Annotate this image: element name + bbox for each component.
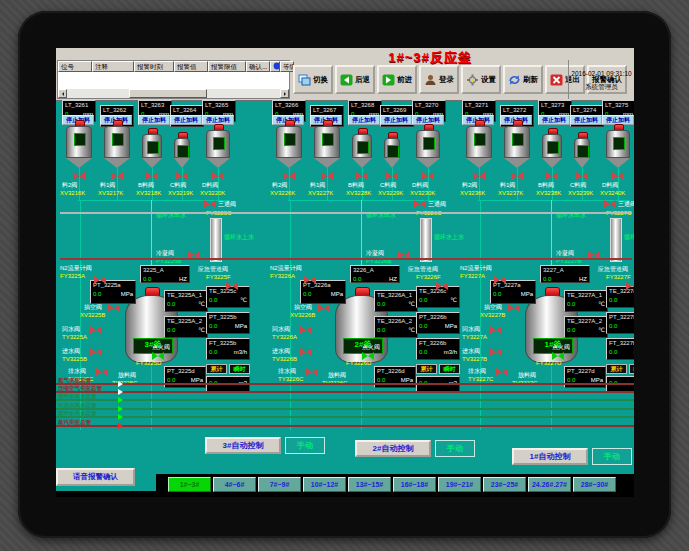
valve[interactable] xyxy=(436,282,448,290)
feed-valve[interactable] xyxy=(321,172,333,180)
toolbar-button-6[interactable]: 刷新 xyxy=(503,65,543,94)
voice-alarm-ack-button[interactable]: 语音报警确认 xyxy=(56,468,135,486)
feed-valve[interactable] xyxy=(576,172,588,180)
level-tag: LT_3263 xyxy=(141,102,169,109)
page-button-9[interactable]: 24.26#.27# xyxy=(528,477,571,492)
auto-control-button-1#[interactable]: 1#自动控制 xyxy=(512,448,588,465)
alarm-column-3[interactable]: 报警时刻 xyxy=(134,61,174,72)
valve-name: 进水阀 xyxy=(272,348,290,355)
feed-valve[interactable] xyxy=(546,172,558,180)
valve[interactable] xyxy=(108,304,120,312)
totalizer-accum-button[interactable]: 累计 xyxy=(416,364,437,374)
feed-valve[interactable] xyxy=(176,172,188,180)
valve[interactable] xyxy=(318,304,330,312)
valve[interactable] xyxy=(604,200,616,208)
feed-valve[interactable] xyxy=(422,172,434,180)
page-button-10[interactable]: 28#~30# xyxy=(573,477,616,492)
feed-valve[interactable] xyxy=(473,172,485,180)
valve[interactable] xyxy=(552,352,564,360)
instrument-readout: TE_3225A_20.0℃ xyxy=(164,316,208,338)
auto-control-button-3#[interactable]: 3#自动控制 xyxy=(205,437,281,454)
valve[interactable] xyxy=(300,348,312,356)
ack-icon xyxy=(270,61,280,72)
instrument-readout: 3226_A0.0HZ xyxy=(350,265,400,283)
toolbar-button-4[interactable]: 登录 xyxy=(419,65,459,94)
manual-button[interactable]: 手动 xyxy=(435,440,475,457)
scroll-thumb[interactable] xyxy=(129,89,207,98)
alarm-column-6[interactable]: 确认... xyxy=(246,61,270,72)
alarm-column-4[interactable]: 报警值 xyxy=(174,61,208,72)
page-button-2[interactable]: 4#~6# xyxy=(213,477,256,492)
alarm-column-7[interactable]: 等级 xyxy=(280,61,294,72)
toolbar-button-label: 设置 xyxy=(481,75,496,85)
manual-button[interactable]: 手动 xyxy=(285,437,325,454)
feed-valve[interactable] xyxy=(73,172,85,180)
alarm-table-scrollbar[interactable] xyxy=(58,89,289,98)
valve[interactable] xyxy=(94,276,106,284)
valve[interactable] xyxy=(496,368,508,376)
auto-control-button-2#[interactable]: 2#自动控制 xyxy=(355,440,431,457)
scroll-left-arrow[interactable] xyxy=(58,89,67,98)
valve[interactable] xyxy=(96,368,108,376)
feed-valve[interactable] xyxy=(511,172,523,180)
totalizer-accum-button[interactable]: 累计 xyxy=(606,364,627,374)
toolbar-button-5[interactable]: 设置 xyxy=(461,65,501,94)
totalizer-instant-button[interactable]: 瞬时 xyxy=(229,364,250,374)
valve-name: 放料阀 xyxy=(328,372,346,379)
toolbar-button-2[interactable]: 后退 xyxy=(335,65,375,94)
feed-stop-button[interactable]: 停止加料 xyxy=(570,115,602,125)
feed-stop-button[interactable]: 停止加料 xyxy=(170,115,202,125)
valve[interactable] xyxy=(626,282,634,290)
valve[interactable] xyxy=(90,326,102,334)
scroll-track[interactable] xyxy=(67,89,280,98)
feed-stop-button[interactable]: 停止加料 xyxy=(348,115,380,125)
level-tag: LT_3266 xyxy=(275,102,303,109)
alarm-column-5[interactable]: 报警限值 xyxy=(208,61,246,72)
valve[interactable] xyxy=(304,276,316,284)
valve[interactable] xyxy=(152,352,164,360)
valve[interactable] xyxy=(414,200,426,208)
valve[interactable] xyxy=(494,276,506,284)
feed-valve[interactable] xyxy=(356,172,368,180)
feed-stop-button[interactable]: 停止加料 xyxy=(538,115,570,125)
page-button-5[interactable]: 13#~15# xyxy=(348,477,391,492)
toolbar-button-1[interactable]: 切换 xyxy=(293,65,333,94)
page-button-3[interactable]: 7#~9# xyxy=(258,477,301,492)
alarm-column-2[interactable]: 注释 xyxy=(92,61,134,72)
valve-name: 应急管道阀 xyxy=(408,266,438,273)
valve[interactable] xyxy=(508,304,520,312)
page-button-7[interactable]: 19#~21# xyxy=(438,477,481,492)
feed-stop-button[interactable]: 停止加料 xyxy=(138,115,170,125)
tank-cone xyxy=(416,158,440,168)
instrument-value: 0.0 xyxy=(377,327,385,334)
scroll-right-arrow[interactable] xyxy=(280,89,289,98)
valve-tag: FY3226D xyxy=(346,360,371,367)
valve[interactable] xyxy=(362,352,374,360)
feed-valve[interactable] xyxy=(386,172,398,180)
page-button-4[interactable]: 10#~12# xyxy=(303,477,346,492)
totalizer-instant-button[interactable]: 瞬时 xyxy=(439,364,460,374)
page-button-6[interactable]: 16#~18# xyxy=(393,477,436,492)
alarm-column-1[interactable]: 位号 xyxy=(58,61,92,72)
totalizer-instant-button[interactable]: 瞬时 xyxy=(629,364,634,374)
valve[interactable] xyxy=(226,282,238,290)
manual-button[interactable]: 手动 xyxy=(592,448,632,465)
feed-stop-button[interactable]: 停止加料 xyxy=(380,115,412,125)
instrument-tag: FT_3226b xyxy=(419,340,457,347)
totalizer-accum-button[interactable]: 累计 xyxy=(206,364,227,374)
valve[interactable] xyxy=(490,348,502,356)
page-button-1[interactable]: 1#~3# xyxy=(168,477,211,492)
feed-valve[interactable] xyxy=(146,172,158,180)
toolbar-button-3[interactable]: 前进 xyxy=(377,65,417,94)
valve[interactable] xyxy=(300,326,312,334)
page-button-8[interactable]: 23#~25# xyxy=(483,477,526,492)
feed-valve[interactable] xyxy=(212,172,224,180)
valve[interactable] xyxy=(90,348,102,356)
feed-valve[interactable] xyxy=(111,172,123,180)
valve[interactable] xyxy=(204,200,216,208)
pipe xyxy=(551,363,552,430)
feed-valve[interactable] xyxy=(612,172,624,180)
valve[interactable] xyxy=(306,368,318,376)
valve[interactable] xyxy=(490,326,502,334)
feed-valve[interactable] xyxy=(283,172,295,180)
